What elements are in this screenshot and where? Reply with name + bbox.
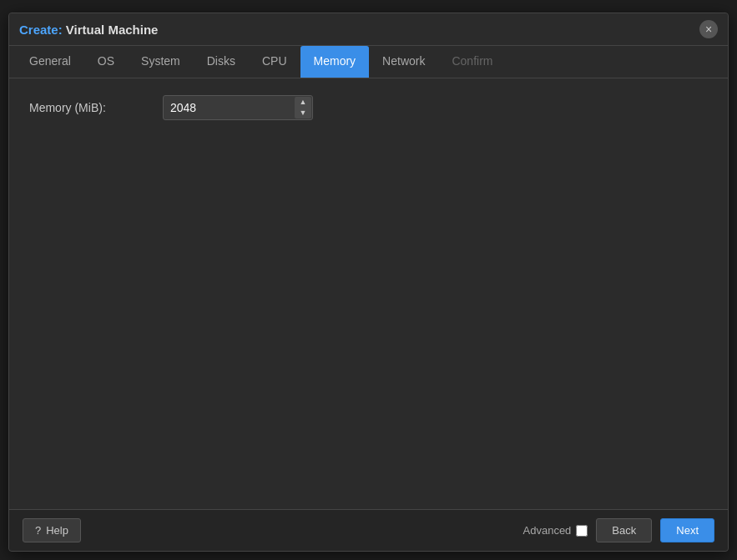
tab-general[interactable]: General bbox=[16, 46, 84, 78]
tab-confirm: Confirm bbox=[438, 46, 506, 78]
dialog-title-prefix: Create: bbox=[19, 23, 63, 37]
memory-control: ▲ ▼ bbox=[163, 95, 313, 120]
spin-up-button[interactable]: ▲ bbox=[295, 97, 311, 108]
dialog-body: Memory (MiB): ▲ ▼ bbox=[9, 78, 728, 509]
close-icon: × bbox=[705, 23, 712, 35]
tab-cpu[interactable]: CPU bbox=[249, 46, 300, 78]
tab-memory[interactable]: Memory bbox=[300, 46, 370, 78]
memory-input[interactable] bbox=[163, 95, 313, 120]
question-icon: ? bbox=[35, 524, 41, 537]
dialog-footer: ? Help Advanced Back Next bbox=[9, 509, 728, 551]
memory-spinbox: ▲ ▼ bbox=[163, 95, 313, 120]
memory-row: Memory (MiB): ▲ ▼ bbox=[29, 95, 708, 120]
tab-os[interactable]: OS bbox=[84, 46, 128, 78]
create-vm-dialog: Create: Virtual Machine × General OS Sys… bbox=[8, 13, 729, 552]
dialog-titlebar: Create: Virtual Machine × bbox=[9, 13, 728, 46]
back-button[interactable]: Back bbox=[596, 518, 652, 542]
footer-right: Advanced Back Next bbox=[523, 518, 714, 542]
close-button[interactable]: × bbox=[699, 20, 718, 38]
advanced-label: Advanced bbox=[523, 524, 572, 537]
tab-system[interactable]: System bbox=[128, 46, 194, 78]
next-button[interactable]: Next bbox=[660, 518, 714, 542]
help-button[interactable]: ? Help bbox=[23, 518, 81, 542]
footer-left: ? Help bbox=[23, 518, 81, 542]
help-label: Help bbox=[46, 524, 68, 537]
spinbox-arrows: ▲ ▼ bbox=[295, 97, 311, 119]
dialog-title-suffix: Virtual Machine bbox=[66, 23, 159, 37]
tab-disks[interactable]: Disks bbox=[194, 46, 249, 78]
spin-down-button[interactable]: ▼ bbox=[295, 108, 311, 119]
memory-label: Memory (MiB): bbox=[29, 101, 163, 114]
tab-bar: General OS System Disks CPU Memory Netwo… bbox=[9, 46, 728, 78]
advanced-checkbox[interactable] bbox=[576, 525, 588, 537]
dialog-title: Create: Virtual Machine bbox=[19, 23, 158, 37]
advanced-row: Advanced bbox=[523, 524, 588, 537]
tab-network[interactable]: Network bbox=[369, 46, 438, 78]
